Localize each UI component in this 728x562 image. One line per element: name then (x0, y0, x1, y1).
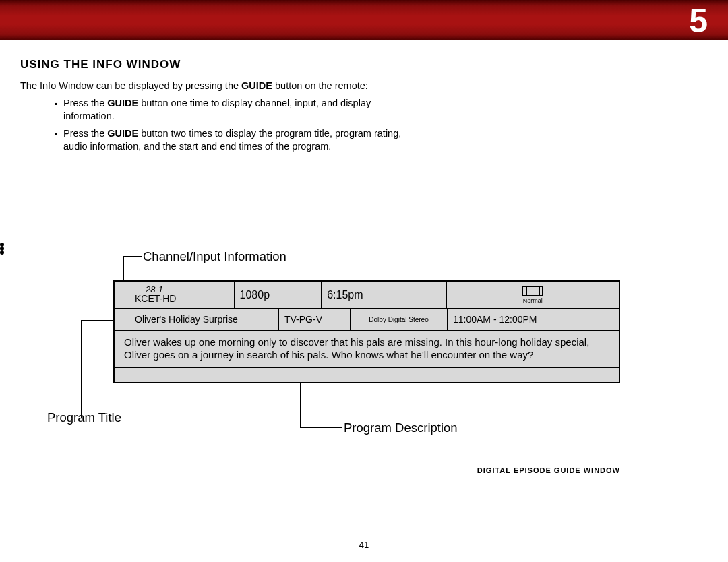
instruction-item: Press the GUIDE button one time to displ… (54, 97, 411, 122)
cell-channel: 28-1 KCET-HD (115, 282, 235, 308)
instruction-list: Press the GUIDE button one time to displ… (20, 97, 411, 152)
intro-paragraph: The Info Window can be displayed by pres… (20, 80, 398, 92)
intro-text-post: button on the remote: (272, 80, 368, 91)
cell-timespan: 11:00AM - 12:00PM (448, 309, 619, 330)
connector-line (81, 320, 82, 418)
intro-text-pre: The Info Window can be displayed by pres… (20, 80, 241, 91)
info-window-diagram: Channel/Input Information Program Title … (0, 243, 728, 499)
bullet-guide-word: GUIDE (107, 128, 138, 139)
cell-program-title: Oliver's Holiday Surprise (115, 309, 279, 330)
body-content: USING THE INFO WINDOW The Info Window ca… (0, 40, 728, 152)
bullet-text-pre: Press the (63, 98, 107, 108)
section-heading: USING THE INFO WINDOW (20, 58, 708, 71)
manual-page: 5 USING THE INFO WINDOW The Info Window … (0, 0, 728, 562)
callout-channel-input: Channel/Input Information (143, 249, 286, 264)
connector-line (123, 256, 142, 257)
diagram-caption: DIGITAL EPISODE GUIDE WINDOW (477, 466, 620, 474)
callout-program-description: Program Description (344, 420, 458, 435)
cell-description: Oliver wakes up one morning only to disc… (115, 331, 619, 367)
chapter-header-bar: 5 (0, 0, 728, 40)
cell-audio: Dolby Digital Stereo (351, 309, 448, 330)
table-blank-row (115, 367, 619, 382)
table-row: Oliver wakes up one morning only to disc… (115, 331, 619, 367)
channel-callsign: KCET-HD (135, 294, 229, 304)
cell-resolution: 1080p (235, 282, 322, 308)
info-window-table: 28-1 KCET-HD 1080p 6:15pm Normal Oliver'… (113, 280, 620, 383)
cell-aspect-mode: Normal (447, 282, 619, 308)
bullet-guide-word: GUIDE (107, 98, 138, 108)
instruction-item: Press the GUIDE button two times to disp… (54, 127, 411, 152)
connector-line (300, 427, 342, 428)
connector-dot (0, 251, 4, 255)
aspect-label: Normal (523, 297, 543, 304)
cell-rating: TV-PG-V (279, 309, 351, 330)
callout-program-title: Program Title (47, 410, 121, 425)
table-row: 28-1 KCET-HD 1080p 6:15pm Normal (115, 282, 619, 309)
table-row: Oliver's Holiday Surprise TV-PG-V Dolby … (115, 309, 619, 331)
intro-guide-word: GUIDE (241, 80, 272, 91)
chapter-number: 5 (689, 1, 708, 40)
page-number: 41 (0, 540, 728, 550)
cell-current-time: 6:15pm (322, 282, 447, 308)
aspect-ratio-icon (522, 286, 543, 296)
bullet-text-pre: Press the (63, 128, 107, 139)
